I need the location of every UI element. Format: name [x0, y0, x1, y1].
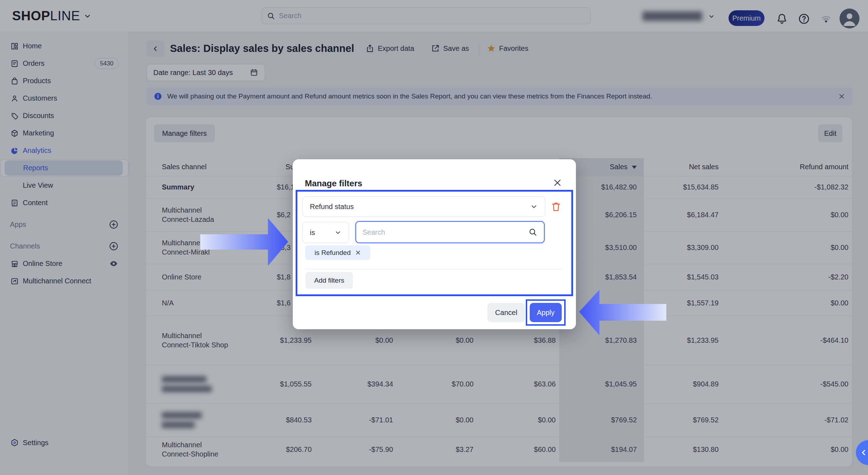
trash-icon [550, 201, 562, 213]
filter-field-select[interactable]: Refund status [302, 196, 545, 217]
search-icon [528, 228, 538, 237]
chevron-left-icon [859, 448, 868, 457]
modal-title: Manage filters [305, 178, 362, 188]
cancel-button[interactable]: Cancel [487, 303, 525, 322]
filter-chip-is-refunded[interactable]: is Refunded [305, 245, 370, 260]
filter-operator-select[interactable]: is [302, 222, 349, 243]
modal-close-icon[interactable] [552, 178, 562, 188]
chip-remove-icon[interactable] [355, 250, 361, 256]
chevron-down-icon [530, 203, 538, 210]
add-filters-button[interactable]: Add filters [306, 272, 353, 289]
chevron-down-icon [334, 229, 342, 236]
modal-divider [305, 269, 562, 269]
apply-button[interactable]: Apply [530, 303, 562, 322]
filter-value-search-input[interactable]: Search [355, 221, 545, 243]
annotation-arrow-right [200, 218, 288, 266]
manage-filters-modal: Manage filters Refund status is Search i… [293, 159, 576, 329]
annotation-arrow-left [579, 290, 666, 335]
delete-filter-button[interactable] [550, 201, 562, 213]
